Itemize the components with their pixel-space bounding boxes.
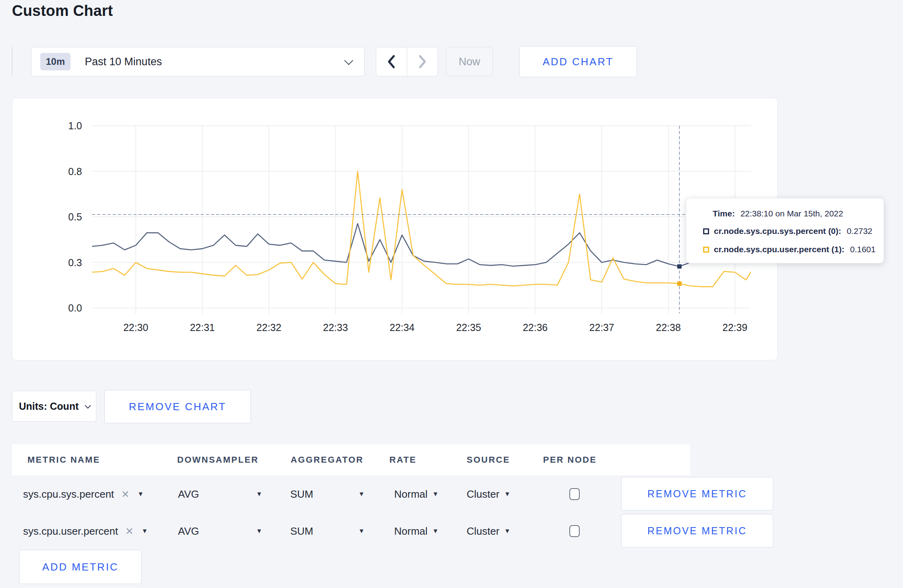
downsampler-caret[interactable]: ▼ <box>256 528 262 535</box>
source-value: Cluster <box>467 525 499 537</box>
aggregator-caret[interactable]: ▼ <box>358 491 365 498</box>
downsampler-caret[interactable]: ▼ <box>256 491 262 498</box>
chevron-down-icon <box>344 56 354 65</box>
prev-time-button[interactable] <box>376 47 407 76</box>
aggregator-value: SUM <box>290 488 313 500</box>
add-chart-button[interactable]: ADD CHART <box>519 46 637 77</box>
metric-name-select[interactable]: sys.cpu.user.percent ✕ ▼ <box>23 525 148 537</box>
svg-text:0.3: 0.3 <box>68 257 82 268</box>
downsampler-select[interactable]: AVG <box>178 488 199 500</box>
time-range-label: Past 10 Minutes <box>85 56 162 68</box>
svg-text:0.5: 0.5 <box>68 211 82 222</box>
rate-select[interactable]: Normal ▼ <box>394 525 439 537</box>
svg-text:22:35: 22:35 <box>456 322 481 333</box>
svg-text:22:37: 22:37 <box>589 322 614 333</box>
downsampler-value: AVG <box>178 525 199 537</box>
downsampler-value: AVG <box>178 488 199 500</box>
caret-down-icon: ▼ <box>432 491 439 498</box>
time-range-badge: 10m <box>40 53 70 70</box>
column-header-source: SOURCE <box>467 455 510 465</box>
metric-row: sys.cpu.sys.percent ✕ ▼ AVG ▼ SUM ▼ Norm… <box>12 475 778 512</box>
column-header-aggregator: AGGREGATOR <box>291 455 364 465</box>
tooltip-time-value: 22:38:10 on Mar 15th, 2022 <box>741 209 843 218</box>
caret-down-icon: ▼ <box>358 491 365 498</box>
svg-text:1.0: 1.0 <box>68 120 82 131</box>
add-metric-button[interactable]: ADD METRIC <box>19 550 142 584</box>
rate-value: Normal <box>394 488 428 500</box>
svg-text:22:39: 22:39 <box>723 322 748 333</box>
svg-text:22:32: 22:32 <box>256 322 281 333</box>
svg-text:0.8: 0.8 <box>68 166 82 177</box>
caret-down-icon[interactable]: ▼ <box>141 528 148 535</box>
source-value: Cluster <box>467 488 499 500</box>
time-range-dropdown[interactable]: 10m Past 10 Minutes <box>31 47 365 76</box>
tooltip-time-label: Time: <box>713 209 735 218</box>
tooltip-series-value: 0.1601 <box>850 245 876 254</box>
tooltip-series-row: cr.node.sys.cpu.sys.percent (0):0.2732 <box>703 226 872 236</box>
aggregator-caret[interactable]: ▼ <box>358 528 365 535</box>
caret-down-icon: ▼ <box>256 528 262 535</box>
tooltip-time-row: Time:22:38:10 on Mar 15th, 2022 <box>713 209 843 218</box>
chevron-down-icon <box>85 402 91 409</box>
tooltip-series-row: cr.node.sys.cpu.user.percent (1):0.1601 <box>703 245 876 254</box>
chevron-right-icon <box>417 55 428 69</box>
per-node-checkbox[interactable] <box>569 488 580 500</box>
caret-down-icon: ▼ <box>432 528 439 535</box>
now-button[interactable]: Now <box>446 47 493 76</box>
metrics-table-header: METRIC NAME DOWNSAMPLER AGGREGATOR RATE … <box>12 444 690 475</box>
tooltip-series-name: cr.node.sys.cpu.user.percent (1): <box>714 245 844 254</box>
caret-down-icon: ▼ <box>504 491 510 498</box>
aggregator-select[interactable]: SUM <box>290 488 313 500</box>
units-dropdown[interactable]: Units: Count <box>12 391 96 422</box>
source-select[interactable]: Cluster ▼ <box>467 488 510 500</box>
chart-card: 22:3022:3122:3222:3322:3422:3522:3622:37… <box>12 98 778 360</box>
per-node-checkbox[interactable] <box>569 525 580 537</box>
column-header-downsampler: DOWNSAMPLER <box>177 455 259 465</box>
rate-value: Normal <box>394 525 428 537</box>
column-header-metric-name: METRIC NAME <box>27 455 100 465</box>
column-header-rate: RATE <box>389 455 416 465</box>
tooltip-series-name: cr.node.sys.cpu.sys.percent (0): <box>714 226 841 236</box>
svg-text:22:31: 22:31 <box>190 322 215 333</box>
time-nav-group <box>376 47 438 76</box>
remove-metric-button[interactable]: REMOVE METRIC <box>621 514 773 547</box>
rate-select[interactable]: Normal ▼ <box>394 488 439 500</box>
chart-tooltip: Time:22:38:10 on Mar 15th, 2022 cr.node.… <box>686 198 884 263</box>
caret-down-icon: ▼ <box>256 491 262 498</box>
svg-text:0.0: 0.0 <box>68 302 82 313</box>
page-title: Custom Chart <box>12 2 113 19</box>
svg-text:22:38: 22:38 <box>656 322 681 333</box>
next-time-button[interactable] <box>407 47 438 76</box>
caret-down-icon: ▼ <box>358 528 365 535</box>
aggregator-value: SUM <box>290 525 313 537</box>
clear-metric-icon[interactable]: ✕ <box>125 525 133 537</box>
downsampler-select[interactable]: AVG <box>178 525 199 537</box>
chevron-left-icon <box>386 55 397 69</box>
remove-metric-button[interactable]: REMOVE METRIC <box>621 477 773 510</box>
svg-text:22:33: 22:33 <box>323 322 348 333</box>
caret-down-icon: ▼ <box>504 528 510 535</box>
toolbar-left-divider <box>12 47 12 76</box>
caret-down-icon[interactable]: ▼ <box>137 491 144 498</box>
svg-text:22:30: 22:30 <box>123 322 149 333</box>
time-series-chart[interactable]: 22:3022:3122:3222:3322:3422:3522:3622:37… <box>12 98 778 361</box>
metric-row: sys.cpu.user.percent ✕ ▼ AVG ▼ SUM ▼ Nor… <box>12 512 778 549</box>
svg-text:22:34: 22:34 <box>390 322 415 333</box>
metric-name-value: sys.cpu.sys.percent <box>23 488 114 500</box>
metric-name-select[interactable]: sys.cpu.sys.percent ✕ ▼ <box>23 488 144 500</box>
clear-metric-icon[interactable]: ✕ <box>121 488 129 500</box>
tooltip-series-value: 0.2732 <box>847 226 872 236</box>
source-select[interactable]: Cluster ▼ <box>467 525 510 537</box>
units-label: Units: Count <box>19 401 79 412</box>
svg-text:22:36: 22:36 <box>523 322 548 333</box>
remove-chart-button[interactable]: REMOVE CHART <box>104 390 251 423</box>
series-swatch-icon <box>703 228 709 234</box>
aggregator-select[interactable]: SUM <box>290 525 313 537</box>
metric-name-value: sys.cpu.user.percent <box>23 525 118 537</box>
series-swatch-icon <box>703 247 709 253</box>
column-header-per-node: PER NODE <box>543 455 597 465</box>
